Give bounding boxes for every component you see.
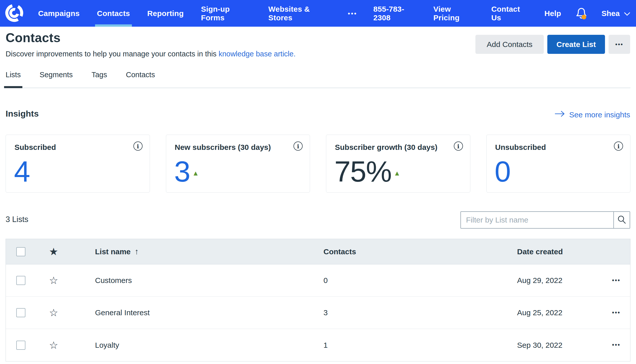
contacts-page: Campaigns Contacts Reporting Sign-up For… xyxy=(0,0,636,364)
list-name[interactable]: Loyalty xyxy=(95,341,119,350)
page-description: Discover improvements to help you manage… xyxy=(6,50,296,58)
chevron-down-icon xyxy=(624,9,630,18)
user-name: Shea xyxy=(601,9,620,18)
contacts-tabs: Lists Segments Tags Contacts xyxy=(6,71,630,88)
table-row: ☆ Customers 0 Aug 29, 2022 ••• xyxy=(6,264,630,297)
notifications-button[interactable] xyxy=(568,6,594,21)
header-actions: Add Contacts Create List ••• xyxy=(475,35,630,54)
nav-item-contacts[interactable]: Contacts xyxy=(88,0,139,27)
list-name[interactable]: Customers xyxy=(95,276,132,285)
row-more-actions-button[interactable]: ••• xyxy=(612,277,621,284)
info-icon[interactable]: i xyxy=(133,141,143,151)
row-checkbox[interactable] xyxy=(16,276,25,285)
info-icon[interactable]: i xyxy=(454,141,463,151)
add-contacts-button[interactable]: Add Contacts xyxy=(475,35,544,54)
insight-card-subscribed: Subscribed i 4 xyxy=(6,135,150,193)
list-contacts-count: 0 xyxy=(311,276,504,285)
top-navbar: Campaigns Contacts Reporting Sign-up For… xyxy=(0,0,636,27)
row-more-actions-button[interactable]: ••• xyxy=(612,342,621,349)
star-outline-icon[interactable]: ☆ xyxy=(49,340,58,350)
page-description-text: Discover improvements to help you manage… xyxy=(6,50,219,58)
insight-card-new-subscribers: New subscribers (30 days) i 3 ▲ xyxy=(166,135,310,193)
star-outline-icon[interactable]: ☆ xyxy=(49,308,58,318)
nav-item-view-pricing[interactable]: View Pricing xyxy=(426,0,484,27)
nav-item-websites-stores[interactable]: Websites & Stores xyxy=(260,0,339,27)
card-label: Subscriber growth (30 days) xyxy=(335,143,437,152)
row-more-actions-button[interactable]: ••• xyxy=(612,309,621,316)
table-header-row: ★ List name ↑ Contacts Date created xyxy=(6,239,630,264)
card-value: 3 xyxy=(174,156,190,187)
list-date-created: Aug 29, 2022 xyxy=(504,276,600,285)
tab-segments[interactable]: Segments xyxy=(40,71,73,88)
column-header-list-name[interactable]: List name xyxy=(95,247,131,256)
info-icon[interactable]: i xyxy=(614,141,623,151)
search-button[interactable] xyxy=(613,212,630,228)
create-list-button[interactable]: Create List xyxy=(547,35,605,54)
nav-item-help[interactable]: Help xyxy=(537,0,568,27)
header-more-actions-button[interactable]: ••• xyxy=(609,35,630,54)
favorite-star-icon[interactable]: ★ xyxy=(50,246,58,257)
trend-up-triangle-icon: ▲ xyxy=(192,170,199,177)
card-value: 4 xyxy=(14,156,30,187)
table-row: ☆ Loyalty 1 Sep 30, 2022 ••• xyxy=(6,329,630,361)
tab-lists[interactable]: Lists xyxy=(6,71,21,88)
lists-count: 3 Lists xyxy=(6,215,28,224)
list-filter xyxy=(460,211,630,229)
card-label: Subscribed xyxy=(14,143,56,152)
list-contacts-count: 1 xyxy=(311,341,504,350)
brand-logo[interactable] xyxy=(0,3,29,24)
card-value: 75% xyxy=(334,156,391,187)
nav-item-signup-forms[interactable]: Sign-up Forms xyxy=(192,0,260,27)
column-header-date-created[interactable]: Date created xyxy=(504,247,600,256)
list-name[interactable]: General Interest xyxy=(95,308,150,317)
row-checkbox[interactable] xyxy=(16,341,25,350)
sort-ascending-arrow-icon[interactable]: ↑ xyxy=(135,247,139,256)
nav-item-campaigns[interactable]: Campaigns xyxy=(29,0,88,27)
select-all-checkbox[interactable] xyxy=(16,247,25,256)
bell-icon xyxy=(575,6,588,21)
insight-card-unsubscribed: Unsubscribed i 0 xyxy=(486,135,631,193)
arrow-right-icon xyxy=(554,110,566,119)
knowledge-base-link[interactable]: knowledge base article. xyxy=(219,50,296,58)
user-menu[interactable]: Shea xyxy=(594,9,634,18)
nav-phone-number[interactable]: 855-783-2308 xyxy=(366,0,426,27)
column-header-contacts[interactable]: Contacts xyxy=(311,247,504,256)
row-checkbox[interactable] xyxy=(16,308,25,317)
see-more-insights-label: See more insights xyxy=(569,110,630,119)
nav-item-reporting[interactable]: Reporting xyxy=(138,0,192,27)
list-date-created: Sep 30, 2022 xyxy=(504,341,600,350)
primary-nav: Campaigns Contacts Reporting Sign-up For… xyxy=(29,0,366,27)
card-value: 0 xyxy=(495,156,510,187)
table-row: ☆ General Interest 3 Aug 25, 2022 ••• xyxy=(6,297,630,329)
search-icon xyxy=(617,215,627,225)
insight-card-subscriber-growth: Subscriber growth (30 days) i 75% ▲ xyxy=(326,135,470,193)
tab-contacts[interactable]: Contacts xyxy=(126,71,155,88)
list-contacts-count: 3 xyxy=(311,308,504,317)
tab-tags[interactable]: Tags xyxy=(91,71,107,88)
constant-contact-logo-icon xyxy=(5,3,24,24)
page-title: Contacts xyxy=(6,30,60,45)
list-date-created: Aug 25, 2022 xyxy=(504,308,600,317)
secondary-nav: 855-783-2308 View Pricing Contact Us Hel… xyxy=(366,0,636,27)
nav-overflow-ellipsis-icon[interactable]: ••• xyxy=(339,10,366,17)
insights-heading: Insights xyxy=(6,109,39,119)
lists-table: ★ List name ↑ Contacts Date created ☆ Cu… xyxy=(6,239,630,361)
filter-by-list-name-input[interactable] xyxy=(461,212,613,228)
card-label: Unsubscribed xyxy=(495,143,546,152)
card-label: New subscribers (30 days) xyxy=(175,143,271,152)
star-outline-icon[interactable]: ☆ xyxy=(49,275,58,286)
trend-up-triangle-icon: ▲ xyxy=(394,170,400,177)
nav-item-contact-us[interactable]: Contact Us xyxy=(484,0,537,27)
insight-cards: Subscribed i 4 New subscribers (30 days)… xyxy=(6,135,630,193)
see-more-insights-link[interactable]: See more insights xyxy=(554,110,630,119)
info-icon[interactable]: i xyxy=(293,141,303,151)
